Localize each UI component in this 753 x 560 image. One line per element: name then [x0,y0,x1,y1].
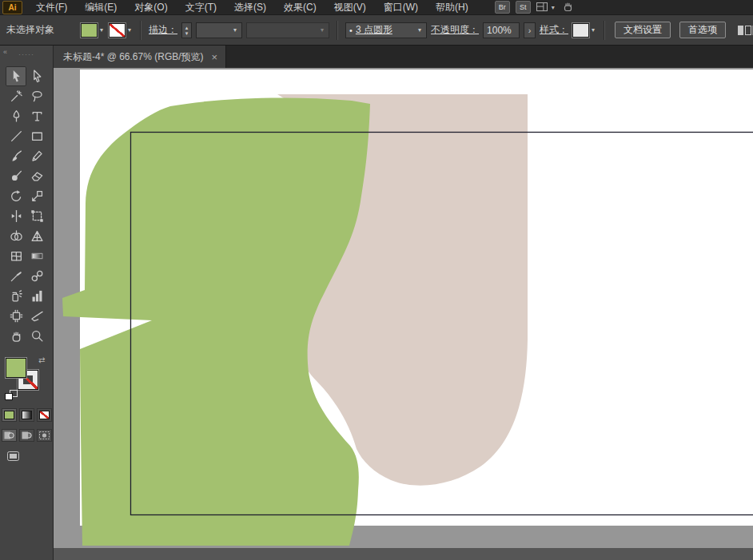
panel-grip[interactable]: ····· [0,50,53,58]
style-picker[interactable]: ▾ [572,23,596,38]
default-fill-stroke-icon[interactable] [5,390,18,401]
direct-selection-tool[interactable] [26,66,47,86]
menu-item-file[interactable]: 文件(F) [27,0,76,14]
fill-stroke-control: ⇄ [4,355,49,402]
hand-tool[interactable] [6,326,26,346]
opacity-input[interactable]: 100% [483,22,520,38]
rectangle-tool[interactable] [26,126,47,146]
menu-item-select[interactable]: 选择(S) [225,0,275,14]
mesh-icon [10,249,23,263]
selection-tool[interactable] [6,66,26,86]
stroke-weight-label[interactable]: 描边： [149,23,177,37]
chevron-down-icon[interactable]: ▾ [416,26,423,34]
selection-icon [10,70,23,83]
gradient-button[interactable] [19,408,34,422]
stroke-color-picker[interactable]: ▾ [109,23,133,38]
slice-tool[interactable] [26,306,47,326]
style-label[interactable]: 样式： [540,23,568,37]
mesh-tool[interactable] [6,246,26,266]
line-segment-tool[interactable] [6,126,26,146]
menu-item-window[interactable]: 窗口(W) [375,0,427,14]
spinner-down-icon[interactable]: ▾ [185,30,189,36]
perspective-grid-icon [30,229,44,243]
slice-icon [30,309,44,323]
free-transform-tool[interactable] [26,206,47,226]
shape-builder-tool[interactable] [6,226,26,246]
eyedropper-icon [10,269,23,283]
rotate-tool[interactable] [6,186,26,206]
draw-inside-button[interactable] [37,429,52,442]
fill-color-swatch[interactable] [81,23,98,38]
chevron-down-icon: ▾ [550,4,556,11]
bridge-button[interactable]: Br [495,1,510,14]
fill-color-picker[interactable]: ▾ [81,23,105,38]
rectangle-icon [30,129,44,143]
artboard-tool[interactable] [6,306,26,326]
chevron-down-icon[interactable]: ▾ [98,26,105,34]
color-button[interactable] [2,408,17,422]
separator [337,21,338,40]
width-profile-select[interactable]: ▾ [246,22,329,38]
screen-mode-button[interactable] [6,450,20,462]
separator [604,21,605,40]
column-graph-tool[interactable] [26,286,47,306]
chevron-down-icon[interactable]: ▾ [232,26,238,34]
swap-fill-stroke-icon[interactable]: ⇄ [38,355,45,364]
document-setup-button[interactable]: 文档设置 [615,22,671,38]
brush-definition-select[interactable]: • 3 点圆形 ▾ [345,22,427,38]
pencil-tool[interactable] [26,146,47,166]
none-chip-icon [39,411,50,419]
menu-item-effect[interactable]: 效果(C) [275,0,325,14]
spinner-up-icon[interactable]: ▴ [185,25,189,30]
hand-share-icon[interactable] [562,1,574,14]
chevron-down-icon[interactable]: ▾ [319,26,325,34]
menu-item-help[interactable]: 帮助(H) [427,0,477,14]
eraser-tool[interactable] [26,166,47,186]
app-logo[interactable]: Ai [2,1,22,14]
canvas-viewport[interactable] [54,68,753,560]
lasso-tool[interactable] [26,86,47,106]
workspace-switcher[interactable]: ▾ [536,2,556,12]
pen-tool[interactable] [6,106,26,126]
menu-item-edit[interactable]: 编辑(E) [76,0,126,14]
opacity-panel-arrow[interactable]: › [524,22,536,38]
stroke-none-swatch[interactable] [109,23,126,38]
document-tab[interactable]: 未标题-4* @ 66.67% (RGB/预览) × [54,46,226,68]
draw-normal-button[interactable] [2,429,17,442]
scale-tool[interactable] [26,186,47,206]
menu-item-object[interactable]: 对象(O) [126,0,176,14]
canvas[interactable] [54,68,753,560]
width-tool[interactable] [6,206,26,226]
blend-tool[interactable] [26,266,47,286]
tab-close-button[interactable]: × [212,51,218,63]
chevron-down-icon[interactable]: ▾ [590,26,596,34]
fill-swatch[interactable] [6,358,26,378]
style-swatch[interactable] [572,23,589,38]
opacity-label[interactable]: 不透明度： [431,23,479,37]
stroke-weight-select[interactable]: ▾ [196,22,242,38]
arrange-documents-button[interactable] [737,22,753,38]
panel-arrow-icon: › [528,26,532,35]
color-type-buttons [2,408,52,422]
none-button[interactable] [37,408,52,422]
drawing-mode-buttons [2,429,52,442]
chevron-down-icon[interactable]: ▾ [126,26,133,34]
type-tool[interactable] [26,106,47,126]
stroke-weight-stepper[interactable]: ▴ ▾ [181,22,192,38]
paintbrush-tool[interactable] [6,146,26,166]
stock-button[interactable]: St [516,1,531,14]
zoom-tool[interactable] [26,326,47,346]
draw-behind-button[interactable] [19,429,34,442]
blob-brush-tool[interactable] [6,166,26,186]
eyedropper-tool[interactable] [6,266,26,286]
magic-wand-tool[interactable] [6,86,26,106]
tools-panel-header: « ····· [0,46,53,66]
perspective-grid-tool[interactable] [26,226,47,246]
menu-item-type[interactable]: 文字(T) [177,0,225,14]
menu-item-view[interactable]: 视图(V) [325,0,375,14]
type-icon [30,109,44,123]
gradient-tool[interactable] [26,246,47,266]
preferences-button[interactable]: 首选项 [679,22,726,38]
symbol-sprayer-tool[interactable] [6,286,26,306]
document-tab-title: 未标题-4* @ 66.67% (RGB/预览) [63,50,204,64]
